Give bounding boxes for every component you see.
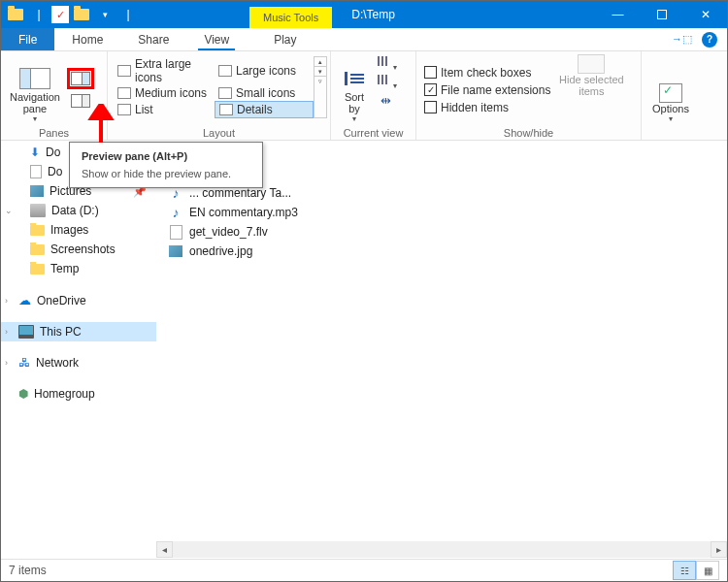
- file-item[interactable]: ♪EN commentary.mp3: [164, 203, 719, 222]
- hide-selected-icon: [578, 54, 605, 74]
- close-button[interactable]: ✕: [683, 1, 727, 28]
- maximize-button[interactable]: [640, 1, 683, 28]
- share-tab[interactable]: Share: [120, 28, 186, 50]
- qat-folder-icon[interactable]: [5, 4, 26, 25]
- scroll-track[interactable]: [173, 541, 711, 558]
- tree-item-onedrive[interactable]: ›☁OneDrive: [1, 290, 156, 310]
- layout-expand-button[interactable]: ▿: [314, 77, 326, 86]
- file-extensions-option[interactable]: ✓File name extensions: [422, 82, 552, 98]
- expand-icon[interactable]: ›: [5, 327, 8, 337]
- expand-icon[interactable]: ⌄: [5, 206, 13, 215]
- sort-icon: [343, 72, 366, 91]
- audio-icon: ♪: [168, 205, 183, 220]
- content-area: ⬇Do Do Pictures📌 ⌄Data (D:) Images Scree…: [1, 141, 727, 558]
- expand-icon[interactable]: ›: [5, 358, 8, 368]
- thumbnails-view-icon: ▦: [704, 566, 712, 576]
- hide-selected-button: Hide selected items: [556, 54, 626, 125]
- view-tab[interactable]: View: [186, 28, 247, 50]
- options-button[interactable]: Options ▾: [647, 54, 694, 125]
- layout-group-label: Layout: [114, 125, 324, 139]
- music-tools-tab[interactable]: Music Tools: [249, 7, 332, 28]
- tree-item-data-drive[interactable]: ⌄Data (D:): [1, 201, 156, 220]
- play-tab[interactable]: Play: [252, 28, 317, 50]
- hide-selected-label: Hide selected items: [559, 74, 624, 97]
- horizontal-scrollbar[interactable]: ◂ ▸: [156, 541, 727, 558]
- minimize-ribbon-icon[interactable]: →⬚: [672, 33, 692, 46]
- large-icons-option[interactable]: Large icons: [215, 63, 314, 79]
- file-item[interactable]: get_video_7.flv: [164, 222, 719, 242]
- onedrive-icon: ☁: [18, 293, 31, 307]
- homegroup-icon: ⬢: [18, 387, 28, 401]
- details-view-toggle[interactable]: ☷: [673, 561, 696, 580]
- layout-up-button[interactable]: ▴: [314, 57, 326, 67]
- panes-group: Navigation pane ▾ Panes: [1, 51, 108, 140]
- folder-icon: [30, 225, 45, 236]
- options-label: Options: [652, 103, 689, 114]
- network-icon: 🖧: [18, 356, 30, 370]
- group-by-button[interactable]: ▾: [376, 54, 395, 72]
- tree-item-this-pc[interactable]: ›This PC: [1, 322, 156, 341]
- tree-item-screenshots[interactable]: Screenshots: [1, 240, 156, 259]
- details-view-icon: ☷: [680, 566, 689, 576]
- item-count: 7 items: [9, 564, 47, 577]
- this-pc-icon: [18, 325, 34, 339]
- file-item[interactable]: onedrive.jpg: [164, 242, 719, 261]
- scroll-right-button[interactable]: ▸: [711, 541, 727, 558]
- home-tab[interactable]: Home: [54, 28, 120, 50]
- navigation-tree[interactable]: ⬇Do Do Pictures📌 ⌄Data (D:) Images Scree…: [1, 141, 156, 558]
- qat-properties-icon[interactable]: ✓: [51, 6, 69, 23]
- details-option[interactable]: Details: [215, 101, 314, 118]
- file-list[interactable]: ♪...y 2.... ♪...y.mp3 ♪... commentary Ta…: [156, 141, 727, 558]
- pictures-icon: [30, 185, 44, 197]
- scroll-left-button[interactable]: ◂: [156, 541, 173, 558]
- add-columns-button[interactable]: ▾: [376, 73, 395, 90]
- sort-by-label: Sort by: [345, 91, 364, 114]
- thumbnails-view-toggle[interactable]: ▦: [696, 561, 719, 580]
- tree-item-temp[interactable]: Temp: [1, 259, 156, 278]
- file-tab[interactable]: File: [1, 28, 54, 50]
- context-tab-area: Music Tools: [249, 1, 332, 28]
- quick-access-toolbar: | ✓ ▾ |: [1, 4, 143, 25]
- qat-folder2-icon[interactable]: [71, 4, 92, 25]
- layout-down-button[interactable]: ▾: [314, 67, 326, 77]
- preview-pane-button[interactable]: [67, 68, 94, 89]
- extra-large-icons-option[interactable]: Extra large icons: [114, 56, 213, 85]
- qat-dropdown-icon[interactable]: ▾: [94, 4, 116, 25]
- video-icon: [168, 224, 183, 240]
- layout-spinner: ▴ ▾ ▿: [314, 56, 327, 118]
- tooltip-title: Preview pane (Alt+P): [82, 150, 250, 162]
- minimize-button[interactable]: —: [596, 1, 640, 28]
- help-icon[interactable]: ?: [702, 32, 717, 48]
- sort-by-button[interactable]: Sort by ▾: [337, 54, 372, 125]
- small-icons-option[interactable]: Small icons: [215, 85, 314, 101]
- chevron-down-icon: ▾: [33, 114, 37, 123]
- item-checkboxes-option[interactable]: Item check boxes: [422, 65, 552, 81]
- document-icon: [30, 165, 42, 178]
- options-icon: [659, 83, 682, 103]
- tooltip: Preview pane (Alt+P) Show or hide the pr…: [69, 142, 263, 188]
- size-columns-button[interactable]: ⇹: [376, 91, 395, 109]
- checkbox-icon: [424, 101, 437, 113]
- hidden-items-option[interactable]: Hidden items: [422, 100, 552, 115]
- folder-icon: [30, 264, 45, 275]
- expand-icon[interactable]: ›: [5, 296, 8, 306]
- chevron-down-icon: ▾: [669, 114, 673, 123]
- layout-group: Extra large icons Large icons Medium ico…: [108, 51, 331, 140]
- details-pane-button[interactable]: [67, 90, 94, 112]
- navigation-pane-button[interactable]: Navigation pane ▾: [7, 54, 63, 125]
- titlebar: | ✓ ▾ | Music Tools D:\Temp — ✕: [1, 1, 727, 28]
- panes-group-label: Panes: [7, 125, 101, 139]
- preview-pane-icon: [71, 72, 90, 85]
- list-option[interactable]: List: [114, 102, 213, 117]
- show-hide-group: Item check boxes ✓File name extensions H…: [416, 51, 642, 140]
- options-group: Options ▾: [642, 51, 700, 140]
- navigation-pane-label: Navigation pane: [10, 91, 60, 114]
- navigation-pane-icon: [19, 68, 50, 89]
- image-icon: [168, 243, 183, 259]
- medium-icons-option[interactable]: Medium icons: [114, 85, 213, 101]
- current-view-group: Sort by ▾ ▾ ▾ ⇹ Current view: [331, 51, 416, 140]
- tree-item-homegroup[interactable]: ⬢Homegroup: [1, 384, 156, 404]
- tree-item-network[interactable]: ›🖧Network: [1, 353, 156, 372]
- tree-item-images[interactable]: Images: [1, 220, 156, 240]
- window-title: D:\Temp: [351, 8, 395, 21]
